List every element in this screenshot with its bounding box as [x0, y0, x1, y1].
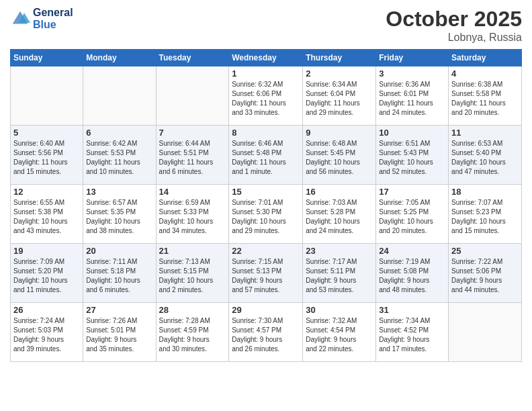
logo-text: General Blue: [33, 7, 73, 31]
table-row: 28Sunrise: 7:28 AM Sunset: 4:59 PM Dayli…: [156, 303, 229, 362]
day-detail: Sunrise: 7:28 AM Sunset: 4:59 PM Dayligh…: [159, 316, 226, 354]
table-row: 25Sunrise: 7:22 AM Sunset: 5:06 PM Dayli…: [449, 244, 522, 303]
day-number: 7: [159, 128, 226, 138]
table-row: 14Sunrise: 6:59 AM Sunset: 5:33 PM Dayli…: [156, 185, 229, 244]
day-detail: Sunrise: 6:36 AM Sunset: 6:01 PM Dayligh…: [379, 80, 445, 118]
day-number: 21: [159, 246, 226, 256]
table-row: 26Sunrise: 7:24 AM Sunset: 5:03 PM Dayli…: [11, 303, 83, 362]
day-detail: Sunrise: 6:42 AM Sunset: 5:53 PM Dayligh…: [86, 139, 152, 177]
day-detail: Sunrise: 6:44 AM Sunset: 5:51 PM Dayligh…: [159, 139, 226, 177]
day-detail: Sunrise: 6:40 AM Sunset: 5:56 PM Dayligh…: [13, 139, 80, 177]
table-row: 8Sunrise: 6:46 AM Sunset: 5:48 PM Daylig…: [229, 126, 303, 185]
day-detail: Sunrise: 6:57 AM Sunset: 5:35 PM Dayligh…: [86, 198, 152, 236]
table-row: 27Sunrise: 7:26 AM Sunset: 5:01 PM Dayli…: [83, 303, 156, 362]
table-row: 29Sunrise: 7:30 AM Sunset: 4:57 PM Dayli…: [229, 303, 303, 362]
day-detail: Sunrise: 7:30 AM Sunset: 4:57 PM Dayligh…: [232, 316, 300, 354]
day-number: 4: [451, 68, 519, 79]
col-thursday: Thursday: [303, 50, 376, 66]
day-number: 1: [232, 68, 300, 79]
title-block: October 2025 Lobnya, Russia: [386, 7, 522, 44]
table-row: 21Sunrise: 7:13 AM Sunset: 5:15 PM Dayli…: [156, 244, 229, 303]
day-number: 17: [379, 187, 445, 197]
day-detail: Sunrise: 7:24 AM Sunset: 5:03 PM Dayligh…: [13, 316, 80, 354]
col-tuesday: Tuesday: [156, 50, 229, 66]
calendar-week-row: 26Sunrise: 7:24 AM Sunset: 5:03 PM Dayli…: [11, 303, 522, 362]
day-number: 27: [86, 305, 152, 315]
page-header: General Blue October 2025 Lobnya, Russia: [10, 7, 522, 44]
day-number: 12: [13, 187, 80, 197]
col-sunday: Sunday: [11, 50, 83, 66]
table-row: 4Sunrise: 6:38 AM Sunset: 5:58 PM Daylig…: [449, 66, 522, 126]
day-detail: Sunrise: 6:46 AM Sunset: 5:48 PM Dayligh…: [232, 139, 300, 177]
day-detail: Sunrise: 7:32 AM Sunset: 4:54 PM Dayligh…: [306, 316, 373, 354]
logo: General Blue: [10, 7, 73, 31]
day-detail: Sunrise: 7:11 AM Sunset: 5:18 PM Dayligh…: [86, 257, 152, 295]
day-number: 9: [306, 128, 373, 138]
day-detail: Sunrise: 6:32 AM Sunset: 6:06 PM Dayligh…: [232, 80, 300, 118]
day-number: 29: [232, 305, 300, 315]
calendar-header-row: Sunday Monday Tuesday Wednesday Thursday…: [11, 50, 522, 66]
table-row: 13Sunrise: 6:57 AM Sunset: 5:35 PM Dayli…: [83, 185, 156, 244]
day-detail: Sunrise: 7:05 AM Sunset: 5:25 PM Dayligh…: [379, 198, 445, 236]
calendar-week-row: 5Sunrise: 6:40 AM Sunset: 5:56 PM Daylig…: [11, 126, 522, 185]
calendar-subtitle: Lobnya, Russia: [386, 32, 522, 44]
calendar-week-row: 12Sunrise: 6:55 AM Sunset: 5:38 PM Dayli…: [11, 185, 522, 244]
day-number: 24: [379, 246, 445, 256]
day-number: 5: [13, 128, 80, 138]
table-row: 18Sunrise: 7:07 AM Sunset: 5:23 PM Dayli…: [449, 185, 522, 244]
day-detail: Sunrise: 6:48 AM Sunset: 5:45 PM Dayligh…: [306, 139, 373, 177]
day-detail: Sunrise: 7:22 AM Sunset: 5:06 PM Dayligh…: [451, 257, 519, 295]
day-number: 3: [379, 68, 445, 79]
col-saturday: Saturday: [449, 50, 522, 66]
table-row: 17Sunrise: 7:05 AM Sunset: 5:25 PM Dayli…: [376, 185, 449, 244]
table-row: [449, 303, 522, 362]
table-row: 20Sunrise: 7:11 AM Sunset: 5:18 PM Dayli…: [83, 244, 156, 303]
day-detail: Sunrise: 7:03 AM Sunset: 5:28 PM Dayligh…: [306, 198, 373, 236]
day-number: 2: [306, 68, 373, 79]
col-friday: Friday: [376, 50, 449, 66]
table-row: [11, 66, 83, 126]
table-row: 15Sunrise: 7:01 AM Sunset: 5:30 PM Dayli…: [229, 185, 303, 244]
table-row: 23Sunrise: 7:17 AM Sunset: 5:11 PM Dayli…: [303, 244, 376, 303]
calendar-title: October 2025: [386, 7, 522, 32]
day-number: 28: [159, 305, 226, 315]
table-row: 10Sunrise: 6:51 AM Sunset: 5:43 PM Dayli…: [376, 126, 449, 185]
table-row: 30Sunrise: 7:32 AM Sunset: 4:54 PM Dayli…: [303, 303, 376, 362]
day-detail: Sunrise: 7:19 AM Sunset: 5:08 PM Dayligh…: [379, 257, 445, 295]
table-row: 5Sunrise: 6:40 AM Sunset: 5:56 PM Daylig…: [11, 126, 83, 185]
calendar-week-row: 19Sunrise: 7:09 AM Sunset: 5:20 PM Dayli…: [11, 244, 522, 303]
day-number: 6: [86, 128, 152, 138]
day-number: 30: [306, 305, 373, 315]
day-number: 19: [13, 246, 80, 256]
day-detail: Sunrise: 6:53 AM Sunset: 5:40 PM Dayligh…: [451, 139, 519, 177]
day-number: 11: [451, 128, 519, 138]
day-number: 16: [306, 187, 373, 197]
day-number: 31: [379, 305, 445, 315]
table-row: 12Sunrise: 6:55 AM Sunset: 5:38 PM Dayli…: [11, 185, 83, 244]
day-number: 14: [159, 187, 226, 197]
table-row: 6Sunrise: 6:42 AM Sunset: 5:53 PM Daylig…: [83, 126, 156, 185]
table-row: 1Sunrise: 6:32 AM Sunset: 6:06 PM Daylig…: [229, 66, 303, 126]
day-number: 13: [86, 187, 152, 197]
table-row: 19Sunrise: 7:09 AM Sunset: 5:20 PM Dayli…: [11, 244, 83, 303]
table-row: 22Sunrise: 7:15 AM Sunset: 5:13 PM Dayli…: [229, 244, 303, 303]
day-number: 15: [232, 187, 300, 197]
logo-icon: [10, 9, 30, 29]
day-detail: Sunrise: 6:59 AM Sunset: 5:33 PM Dayligh…: [159, 198, 226, 236]
day-detail: Sunrise: 7:17 AM Sunset: 5:11 PM Dayligh…: [306, 257, 373, 295]
day-detail: Sunrise: 7:09 AM Sunset: 5:20 PM Dayligh…: [13, 257, 80, 295]
day-detail: Sunrise: 7:07 AM Sunset: 5:23 PM Dayligh…: [451, 198, 519, 236]
table-row: 24Sunrise: 7:19 AM Sunset: 5:08 PM Dayli…: [376, 244, 449, 303]
day-detail: Sunrise: 7:34 AM Sunset: 4:52 PM Dayligh…: [379, 316, 445, 354]
day-number: 22: [232, 246, 300, 256]
table-row: 16Sunrise: 7:03 AM Sunset: 5:28 PM Dayli…: [303, 185, 376, 244]
day-detail: Sunrise: 6:38 AM Sunset: 5:58 PM Dayligh…: [451, 80, 519, 118]
calendar-week-row: 1Sunrise: 6:32 AM Sunset: 6:06 PM Daylig…: [11, 66, 522, 126]
day-number: 23: [306, 246, 373, 256]
table-row: 2Sunrise: 6:34 AM Sunset: 6:04 PM Daylig…: [303, 66, 376, 126]
table-row: [83, 66, 156, 126]
day-detail: Sunrise: 6:55 AM Sunset: 5:38 PM Dayligh…: [13, 198, 80, 236]
day-number: 10: [379, 128, 445, 138]
day-detail: Sunrise: 7:15 AM Sunset: 5:13 PM Dayligh…: [232, 257, 300, 295]
day-detail: Sunrise: 6:34 AM Sunset: 6:04 PM Dayligh…: [306, 80, 373, 118]
